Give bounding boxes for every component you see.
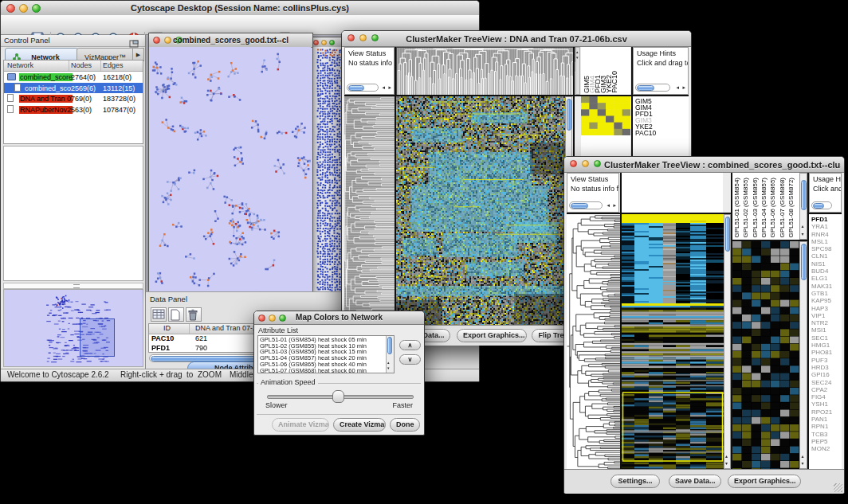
status-hint-zoom: Right-click + drag to ZOOM: [120, 370, 222, 379]
view-status-hscrollbar[interactable]: [569, 201, 603, 209]
zoom-button[interactable]: [594, 160, 601, 167]
network-overview-panel[interactable]: [3, 289, 143, 367]
new-attribute-icon[interactable]: [168, 307, 184, 322]
usage-hints-title: Usage Hints: [634, 48, 688, 57]
scroll-left-icon[interactable]: ◂: [382, 84, 385, 90]
move-down-button[interactable]: ∨: [399, 354, 421, 365]
scroll-right-icon[interactable]: ▸: [613, 202, 616, 208]
network-edges-count: 13112(15): [103, 84, 135, 92]
tv2-button-bar: Settings... Save Data... Export Graphics…: [564, 469, 844, 494]
dense-network-canvas[interactable]: [311, 47, 344, 291]
network-table-row[interactable]: combined_sco2569(6)13112(15): [4, 83, 143, 94]
close-button[interactable]: [570, 160, 577, 167]
view-status-message: No status info f: [345, 57, 394, 67]
gene-label: KAP95: [811, 297, 842, 304]
scroll-down-icon[interactable]: ▾: [802, 461, 804, 467]
minimize-button[interactable]: [582, 160, 589, 167]
settings-button[interactable]: Settings...: [610, 475, 660, 488]
tv2-column-labels: GPL51-01 (GSM854)GPL51-02 (GSM855)GPL51-…: [732, 173, 799, 240]
scroll-up-icon[interactable]: ▴: [387, 360, 390, 365]
tv2-zoom-vscrollbar[interactable]: ▴ ▾: [799, 241, 807, 469]
resize-grip[interactable]: [834, 483, 842, 492]
scroll-up-icon[interactable]: ▴: [802, 454, 804, 459]
save-data-button[interactable]: Save Data...: [669, 475, 721, 488]
animate-vizmap-button[interactable]: Animate Vizmap: [272, 418, 329, 432]
attribute-list-vscrollbar[interactable]: ▴ ▾: [386, 336, 394, 373]
network-overview-canvas[interactable]: [4, 290, 143, 366]
network-view-window[interactable]: combined_scores_good.txt--cluste...: [148, 33, 313, 293]
file-icon: [14, 84, 21, 92]
export-graphics-button[interactable]: Export Graphics...: [728, 475, 801, 488]
scroll-right-icon[interactable]: ▸: [682, 84, 685, 90]
tv2-titlebar[interactable]: ClusterMaker TreeView : combined_scores_…: [564, 157, 844, 173]
scroll-right-icon[interactable]: ▸: [388, 84, 391, 90]
create-vizmap-button[interactable]: Create Vizmap: [333, 418, 386, 432]
tv1-zoom-heatmap[interactable]: [581, 96, 630, 135]
attribute-list-item[interactable]: GPL51-07 (GSM868) heat shock 60 min: [258, 368, 386, 373]
dialog-titlebar[interactable]: Map Colors to Network: [254, 311, 424, 325]
usage-hints-hscrollbar[interactable]: [635, 84, 670, 92]
view-status-hscrollbar[interactable]: [347, 84, 379, 92]
minimize-button[interactable]: [164, 37, 171, 44]
tv1-dendro-scroll-strip[interactable]: ▴ ▾: [575, 47, 580, 95]
scroll-down-icon[interactable]: ▾: [725, 461, 728, 467]
tv1-column-dendrogram[interactable]: [396, 47, 576, 96]
zoom-button[interactable]: [329, 40, 335, 45]
done-button[interactable]: Done: [390, 418, 420, 432]
data-col-id[interactable]: ID: [163, 324, 171, 332]
export-graphics-button[interactable]: Export Graphics...: [457, 329, 527, 342]
main-titlebar[interactable]: Cytoscape Desktop (Session Name: collins…: [1, 1, 479, 16]
network-view-canvas[interactable]: [149, 47, 311, 291]
close-button[interactable]: [6, 4, 15, 13]
overview-viewport-rect[interactable]: [80, 318, 115, 357]
tv2-labels-vscrollbar[interactable]: ▴ ▾: [799, 173, 807, 240]
tv1-titlebar[interactable]: ClusterMaker TreeView : DNA and Tran 07-…: [342, 31, 691, 47]
scroll-down-icon[interactable]: ▾: [576, 55, 579, 61]
column-label: GPL51-08 (GSM872): [787, 178, 795, 238]
tv1-row-dendrogram[interactable]: [344, 96, 395, 325]
tv2-heatmap[interactable]: [622, 214, 724, 469]
close-button[interactable]: [347, 34, 355, 41]
tv2-row-dendrogram[interactable]: [567, 214, 621, 469]
attribute-grid-icon[interactable]: [151, 307, 167, 322]
close-button[interactable]: [258, 315, 265, 322]
minimize-button[interactable]: [321, 40, 327, 45]
gene-label: PFD1: [811, 216, 842, 223]
scroll-down-icon[interactable]: ▾: [387, 365, 390, 371]
scroll-down-icon[interactable]: ▾: [802, 232, 804, 237]
gene-label: CLN1: [811, 252, 842, 260]
col-header-edges[interactable]: Edges: [103, 61, 124, 69]
network-table-row[interactable]: RNAPuberNov2+I563(0)107847(0): [4, 104, 143, 115]
tv2-gene-list[interactable]: PFD1YRA1RNR4MSL1SPC98CLN1NIS1BUD4ELG1MAK…: [809, 214, 842, 469]
tv2-heatmap-vscrollbar[interactable]: ▴ ▾: [724, 214, 731, 469]
speed-slider-thumb[interactable]: [332, 390, 344, 403]
overview-divider-handle[interactable]: [3, 283, 143, 289]
col-header-nodes[interactable]: Nodes: [71, 61, 92, 69]
scroll-left-icon[interactable]: ◂: [607, 202, 610, 208]
tv2-column-dendro-space: [622, 173, 723, 213]
scroll-up-icon[interactable]: ▴: [576, 49, 579, 55]
close-button[interactable]: [153, 37, 160, 44]
delete-attribute-trash-icon[interactable]: [186, 307, 202, 322]
tv2-zoom-heatmap[interactable]: [732, 241, 799, 469]
scroll-up-icon[interactable]: ▴: [802, 224, 804, 229]
network-edges-count: 183728(0): [103, 95, 135, 103]
network-table-row[interactable]: DNA and Tran 07769(0)183728(0): [4, 93, 143, 104]
gene-label: PHO81: [811, 349, 842, 356]
gene-label: SEC1: [811, 334, 842, 342]
minimize-button[interactable]: [269, 315, 276, 322]
scroll-up-icon[interactable]: ▴: [725, 454, 728, 459]
data-row-value: 621: [195, 334, 207, 342]
tv1-heatmap[interactable]: [396, 96, 565, 325]
scroll-left-icon[interactable]: ◂: [676, 84, 679, 90]
gene-label: MSI1: [811, 326, 842, 334]
gene-label: RPO21: [811, 408, 842, 416]
close-button[interactable]: [313, 40, 319, 45]
usage-hints-hscrollbar[interactable]: [811, 201, 832, 209]
attribute-listbox[interactable]: GPL51-01 (GSM854) heat shock 05 minGPL51…: [257, 335, 395, 373]
move-up-button[interactable]: ∧: [399, 340, 421, 350]
network-name: combined_scores: [19, 73, 73, 81]
network-table-row[interactable]: combined_scores2764(0)16218(0): [4, 72, 143, 83]
gene-label: CPA2: [811, 386, 842, 393]
col-header-network[interactable]: Network: [7, 61, 33, 69]
